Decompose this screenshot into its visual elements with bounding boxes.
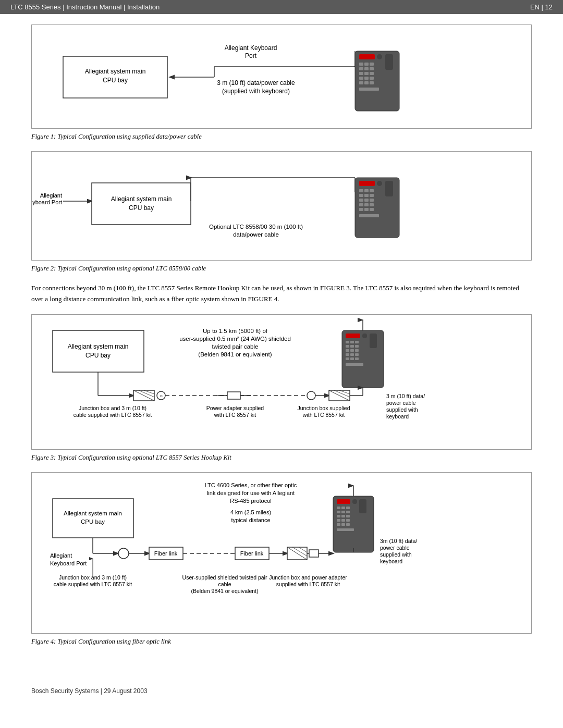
svg-rect-50 [364, 194, 369, 197]
header-right: EN | 12 [530, 3, 553, 11]
svg-text:Allegiant: Allegiant [40, 192, 62, 199]
svg-text:LTC 4600 Series, or other fibe: LTC 4600 Series, or other fiber optic [205, 482, 297, 488]
svg-rect-74 [350, 341, 354, 343]
svg-rect-55 [359, 203, 363, 206]
svg-text:Optional LTC 8558/00 30 m (100: Optional LTC 8558/00 30 m (100 ft) [209, 224, 303, 230]
svg-rect-17 [370, 63, 374, 66]
svg-rect-132 [337, 507, 340, 509]
svg-text:Fiber link: Fiber link [154, 550, 178, 557]
svg-rect-75 [355, 341, 359, 343]
svg-rect-29 [370, 81, 374, 84]
svg-text:Allegiant system main: Allegiant system main [68, 343, 129, 350]
svg-rect-144 [337, 523, 340, 526]
figure2-area: Allegiant Keyboard Port Allegiant system… [31, 151, 532, 261]
svg-text:RS-485 protocol: RS-485 protocol [230, 498, 272, 504]
svg-rect-25 [364, 77, 369, 80]
svg-rect-133 [341, 507, 345, 509]
svg-text:Port: Port [245, 52, 257, 59]
svg-rect-141 [337, 519, 340, 522]
svg-rect-16 [364, 63, 369, 66]
figure4-area: Allegiant system main CPU bay LTC 4600 S… [31, 472, 532, 634]
svg-rect-129 [337, 499, 350, 504]
svg-rect-83 [350, 353, 354, 356]
svg-rect-88 [346, 363, 363, 366]
svg-rect-79 [346, 349, 349, 352]
svg-rect-131 [359, 499, 366, 513]
svg-rect-147 [337, 528, 354, 531]
svg-rect-47 [364, 189, 369, 192]
svg-rect-57 [370, 203, 374, 206]
figure3-area: Allegiant system main CPU bay Up to 1.5 … [31, 314, 532, 450]
svg-rect-62 [53, 330, 144, 372]
svg-text:keyboard: keyboard [380, 558, 402, 564]
svg-rect-51 [370, 194, 374, 197]
figure3-svg: Allegiant system main CPU bay Up to 1.5 … [32, 315, 531, 450]
svg-rect-23 [370, 72, 374, 75]
svg-rect-15 [359, 63, 363, 66]
svg-text:3m (10 ft) data/: 3m (10 ft) data/ [380, 538, 417, 544]
svg-rect-46 [359, 189, 363, 192]
svg-rect-48 [370, 189, 374, 192]
svg-rect-58 [359, 208, 363, 211]
svg-rect-61 [359, 214, 379, 217]
svg-rect-13 [377, 54, 382, 59]
svg-rect-143 [346, 519, 350, 522]
figure1-area: Allegiant system main CPU bay Allegiant … [31, 24, 532, 129]
svg-text:○: ○ [160, 393, 163, 399]
svg-text:Fiber link: Fiber link [240, 550, 264, 557]
svg-rect-22 [364, 72, 369, 75]
svg-rect-43 [359, 181, 375, 186]
svg-rect-78 [355, 345, 359, 348]
svg-text:CPU bay: CPU bay [103, 77, 128, 84]
svg-text:Allegiant system main: Allegiant system main [111, 195, 172, 203]
figure2-svg: Allegiant Keyboard Port Allegiant system… [32, 152, 531, 261]
svg-rect-136 [341, 511, 345, 513]
svg-text:(Belden 9841 or equivalent): (Belden 9841 or equivalent) [191, 588, 258, 594]
svg-rect-84 [355, 353, 359, 356]
svg-rect-76 [346, 345, 349, 348]
svg-rect-142 [341, 519, 345, 522]
figure1-svg: Allegiant system main CPU bay Allegiant … [32, 25, 531, 129]
svg-text:data/power cable: data/power cable [233, 231, 279, 238]
svg-rect-45 [385, 181, 393, 196]
svg-rect-140 [346, 515, 350, 517]
svg-rect-80 [350, 349, 354, 352]
svg-text:Allegiant Keyboard: Allegiant Keyboard [225, 44, 277, 52]
header-bar: LTC 8555 Series | Instruction Manual | I… [0, 0, 563, 14]
svg-rect-60 [370, 208, 374, 211]
footer-text: Bosch Security Systems | 29 August 2003 [31, 687, 532, 695]
svg-text:3 m (10 ft) data/: 3 m (10 ft) data/ [386, 393, 425, 399]
svg-rect-134 [346, 507, 350, 509]
svg-rect-27 [359, 81, 363, 84]
svg-text:Keyboard Port: Keyboard Port [32, 199, 62, 205]
svg-text:power cable: power cable [380, 545, 410, 551]
svg-text:twisted pair cable: twisted pair cable [212, 343, 259, 350]
svg-text:Allegiant: Allegiant [50, 552, 72, 559]
svg-text:supplied with LTC 8557 kit: supplied with LTC 8557 kit [276, 581, 340, 587]
svg-text:Junction box and 3 m (10 ft): Junction box and 3 m (10 ft) [79, 405, 146, 411]
svg-rect-21 [359, 72, 363, 75]
header-left: LTC 8555 Series | Instruction Manual | I… [10, 3, 160, 11]
svg-rect-71 [362, 334, 367, 338]
svg-rect-130 [352, 499, 357, 504]
fig2-caption: Figure 2: Typical Configuration using op… [31, 265, 532, 273]
svg-text:supplied with: supplied with [380, 551, 412, 558]
svg-rect-77 [350, 345, 354, 348]
svg-text:keyboard: keyboard [386, 413, 409, 419]
page-content: Allegiant system main CPU bay Allegiant … [0, 14, 563, 672]
svg-rect-49 [359, 194, 363, 197]
svg-rect-107 [227, 392, 240, 399]
svg-rect-44 [377, 181, 382, 186]
svg-rect-20 [370, 67, 374, 70]
svg-point-99 [307, 391, 315, 400]
svg-rect-18 [359, 67, 363, 70]
body-text: For connections beyond 30 m (100 ft), th… [31, 283, 532, 305]
svg-rect-73 [346, 341, 349, 343]
svg-rect-53 [364, 199, 369, 202]
svg-rect-59 [364, 208, 369, 211]
svg-text:Allegiant system main: Allegiant system main [85, 68, 146, 75]
svg-rect-30 [359, 88, 379, 91]
svg-rect-70 [346, 334, 360, 338]
svg-text:4 km (2.5 miles): 4 km (2.5 miles) [230, 509, 271, 515]
svg-text:3 m (10 ft) data/power cable: 3 m (10 ft) data/power cable [217, 79, 295, 87]
